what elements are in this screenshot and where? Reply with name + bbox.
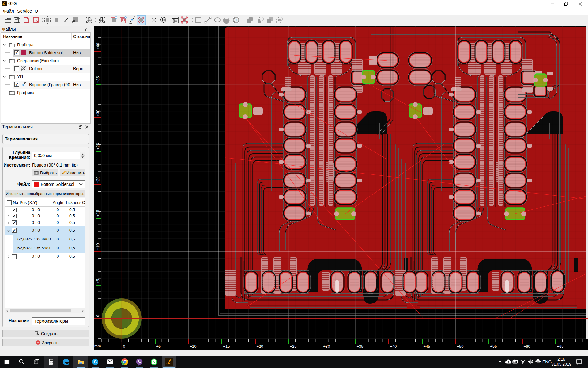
svg-text:+15: +15 <box>223 344 230 349</box>
svg-text:0: 0 <box>123 344 125 349</box>
svg-text:+20: +20 <box>96 176 100 183</box>
svg-text:+60: +60 <box>524 344 530 349</box>
svg-text:+5: +5 <box>96 279 100 284</box>
svg-text:+25: +25 <box>96 143 100 150</box>
svg-text:S: S <box>94 359 97 364</box>
svg-text:2: 2 <box>168 358 171 365</box>
svg-text:+10: +10 <box>190 344 197 349</box>
svg-text:+5: +5 <box>156 344 161 349</box>
svg-text:+10: +10 <box>96 243 100 250</box>
svg-text:T: T <box>235 18 237 22</box>
svg-text:+25: +25 <box>290 344 297 349</box>
svg-text:+20: +20 <box>257 344 263 349</box>
svg-text:+35: +35 <box>96 76 100 83</box>
svg-text:+40: +40 <box>390 344 397 349</box>
svg-text:+65: +65 <box>557 344 564 349</box>
svg-text:mm: mm <box>94 344 101 348</box>
svg-text:+35: +35 <box>357 344 364 349</box>
svg-text:+30: +30 <box>96 109 100 116</box>
svg-text:0: 0 <box>96 315 100 317</box>
svg-text:+45: +45 <box>424 344 430 349</box>
svg-text:+55: +55 <box>490 344 497 349</box>
svg-text:+40: +40 <box>96 43 100 49</box>
svg-text:+50: +50 <box>457 344 464 349</box>
svg-text:+15: +15 <box>96 210 100 217</box>
svg-text:+30: +30 <box>323 344 330 349</box>
